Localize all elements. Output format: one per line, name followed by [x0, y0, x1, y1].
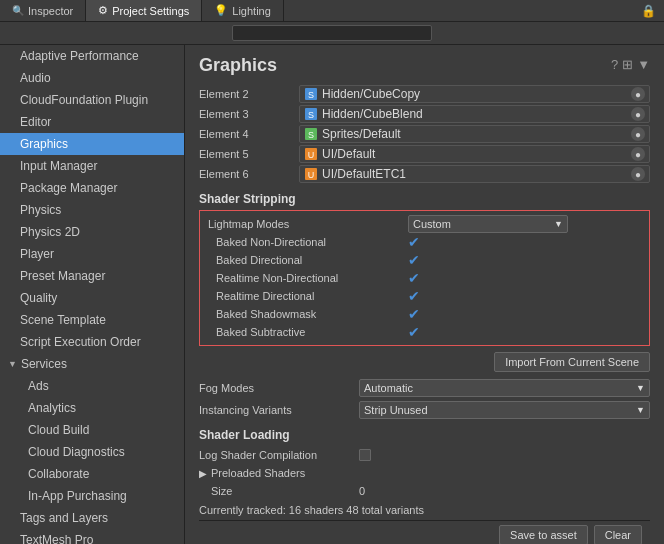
size-row: Size 0	[199, 482, 650, 500]
baked-nondirectional-check[interactable]: ✔	[408, 234, 420, 250]
element-3-value[interactable]: S Hidden/CubeBlend ●	[299, 105, 650, 123]
baked-subtractive-check[interactable]: ✔	[408, 324, 420, 340]
svg-text:U: U	[308, 170, 315, 180]
sidebar-item-script-exec[interactable]: Script Execution Order	[0, 331, 184, 353]
tab-lighting-label: Lighting	[232, 5, 271, 17]
lightmap-modes-row: Lightmap Modes Custom ▼	[204, 215, 645, 233]
sidebar-item-cloud-diagnostics[interactable]: Cloud Diagnostics	[0, 441, 184, 463]
element-2-label: Element 2	[199, 88, 299, 100]
element-6-name: UI/DefaultETC1	[322, 167, 406, 181]
sidebar-item-preset[interactable]: Preset Manager	[0, 265, 184, 287]
tab-inspector-label: Inspector	[28, 5, 73, 17]
baked-directional-check[interactable]: ✔	[408, 252, 420, 268]
element-5-select-btn[interactable]: ●	[631, 147, 645, 161]
baked-shadowmask-check[interactable]: ✔	[408, 306, 420, 322]
baked-subtractive-label: Baked Subtractive	[208, 326, 408, 338]
instancing-label: Instancing Variants	[199, 404, 359, 416]
baked-nondirectional-row: Baked Non-Directional ✔	[204, 233, 645, 251]
sidebar-item-audio[interactable]: Audio	[0, 67, 184, 89]
realtime-nondirectional-label: Realtime Non-Directional	[208, 272, 408, 284]
tracked-text: Currently tracked: 16 shaders 48 total v…	[199, 504, 650, 516]
element-6-value[interactable]: U UI/DefaultETC1 ●	[299, 165, 650, 183]
clear-button[interactable]: Clear	[594, 525, 642, 544]
sidebar-group-services[interactable]: ▼ Services	[0, 353, 184, 375]
tab-bar: 🔍 Inspector ⚙ Project Settings 💡 Lightin…	[0, 0, 664, 22]
element-5-value[interactable]: U UI/Default ●	[299, 145, 650, 163]
element-3-select-btn[interactable]: ●	[631, 107, 645, 121]
sidebar-item-inapp[interactable]: In-App Purchasing	[0, 485, 184, 507]
sidebar-item-adaptive[interactable]: Adaptive Performance	[0, 45, 184, 67]
import-button-row: Import From Current Scene	[199, 352, 650, 372]
instancing-dropdown[interactable]: Strip Unused ▼	[359, 401, 650, 419]
sidebar-item-tags[interactable]: Tags and Layers	[0, 507, 184, 529]
svg-text:S: S	[308, 110, 314, 120]
lightmap-dropdown-arrow: ▼	[554, 219, 563, 229]
realtime-directional-check[interactable]: ✔	[408, 288, 420, 304]
help-icon[interactable]: ?	[611, 57, 618, 72]
element-4-value[interactable]: S Sprites/Default ●	[299, 125, 650, 143]
log-compilation-checkbox[interactable]	[359, 449, 371, 461]
sidebar-item-package[interactable]: Package Manager	[0, 177, 184, 199]
import-from-scene-button[interactable]: Import From Current Scene	[494, 352, 650, 372]
gear-icon: ⚙	[98, 4, 108, 17]
collapse-icon[interactable]: ▼	[637, 57, 650, 72]
element-row-5: Element 5 U UI/Default ●	[199, 144, 650, 164]
baked-directional-label: Baked Directional	[208, 254, 408, 266]
tab-inspector[interactable]: 🔍 Inspector	[0, 0, 86, 21]
inspector-icon: 🔍	[12, 5, 24, 16]
baked-shadowmask-label: Baked Shadowmask	[208, 308, 408, 320]
sidebar-item-player[interactable]: Player	[0, 243, 184, 265]
instancing-row: Instancing Variants Strip Unused ▼	[199, 400, 650, 420]
sidebar-item-cloud[interactable]: CloudFoundation Plugin	[0, 89, 184, 111]
element-row-6: Element 6 U UI/DefaultETC1 ●	[199, 164, 650, 184]
sidebar-item-scene-template[interactable]: Scene Template	[0, 309, 184, 331]
lightmap-modes-label: Lightmap Modes	[208, 218, 408, 230]
sidebar-item-cloud-build[interactable]: Cloud Build	[0, 419, 184, 441]
instancing-value: Strip Unused	[364, 404, 428, 416]
sidebar-item-physics[interactable]: Physics	[0, 199, 184, 221]
svg-text:S: S	[308, 90, 314, 100]
sidebar-item-physics2d[interactable]: Physics 2D	[0, 221, 184, 243]
fog-modes-dropdown[interactable]: Automatic ▼	[359, 379, 650, 397]
realtime-nondirectional-check[interactable]: ✔	[408, 270, 420, 286]
sidebar-item-editor[interactable]: Editor	[0, 111, 184, 133]
page-title: Graphics	[199, 55, 611, 76]
realtime-directional-row: Realtime Directional ✔	[204, 287, 645, 305]
baked-directional-row: Baked Directional ✔	[204, 251, 645, 269]
layout-icon[interactable]: ⊞	[622, 57, 633, 72]
tab-project-settings[interactable]: ⚙ Project Settings	[86, 0, 202, 21]
element-2-select-btn[interactable]: ●	[631, 87, 645, 101]
element-2-value[interactable]: S Hidden/CubeCopy ●	[299, 85, 650, 103]
lightmap-modes-value: Custom	[413, 218, 451, 230]
size-value: 0	[359, 485, 365, 497]
sidebar-item-ads[interactable]: Ads	[0, 375, 184, 397]
element-4-select-btn[interactable]: ●	[631, 127, 645, 141]
sidebar-item-collaborate[interactable]: Collaborate	[0, 463, 184, 485]
sidebar-item-analytics[interactable]: Analytics	[0, 397, 184, 419]
fog-modes-label: Fog Modes	[199, 382, 359, 394]
save-to-asset-button[interactable]: Save to asset	[499, 525, 588, 544]
lock-icon: 🔒	[641, 4, 664, 18]
sidebar-item-graphics[interactable]: Graphics	[0, 133, 184, 155]
sidebar: Adaptive Performance Audio CloudFoundati…	[0, 45, 185, 544]
shader-stripping-header: Shader Stripping	[199, 192, 650, 206]
fog-modes-value: Automatic	[364, 382, 413, 394]
services-arrow: ▼	[8, 355, 17, 373]
sidebar-item-textmesh[interactable]: TextMesh Pro	[0, 529, 184, 544]
element-6-select-btn[interactable]: ●	[631, 167, 645, 181]
search-input[interactable]	[232, 25, 432, 41]
element-row-4: Element 4 S Sprites/Default ●	[199, 124, 650, 144]
log-compilation-row: Log Shader Compilation	[199, 446, 650, 464]
log-compilation-label: Log Shader Compilation	[199, 449, 359, 461]
light-icon: 💡	[214, 4, 228, 17]
element-row-2: Element 2 S Hidden/CubeCopy ●	[199, 84, 650, 104]
preloaded-arrow: ▶	[199, 468, 207, 479]
sidebar-item-input[interactable]: Input Manager	[0, 155, 184, 177]
sidebar-item-quality[interactable]: Quality	[0, 287, 184, 309]
element-5-name: UI/Default	[322, 147, 375, 161]
fog-dropdown-arrow: ▼	[636, 383, 645, 393]
main-layout: Adaptive Performance Audio CloudFoundati…	[0, 45, 664, 544]
instancing-dropdown-arrow: ▼	[636, 405, 645, 415]
tab-lighting[interactable]: 💡 Lighting	[202, 0, 284, 21]
lightmap-modes-dropdown[interactable]: Custom ▼	[408, 215, 568, 233]
